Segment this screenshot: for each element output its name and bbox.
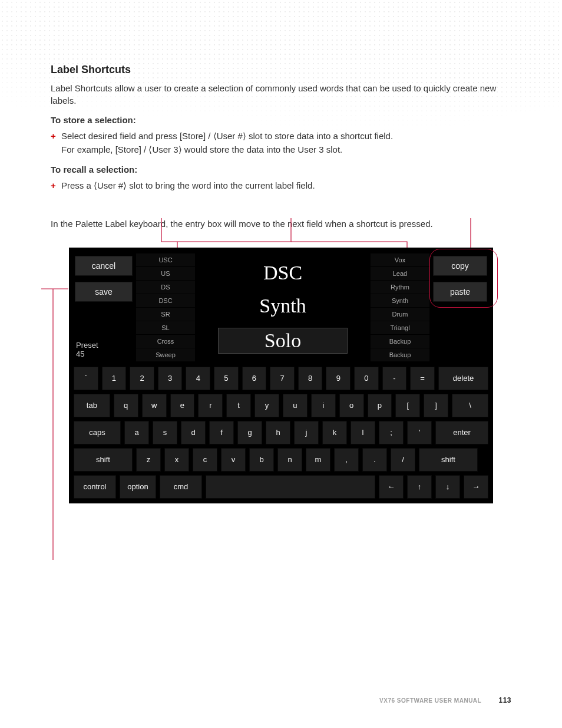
copy-button[interactable]: copy xyxy=(433,256,487,276)
shortcut-slot[interactable]: Triangl xyxy=(371,321,429,335)
shortcut-slot[interactable]: SL xyxy=(136,321,195,335)
key-4[interactable]: 4 xyxy=(186,367,210,390)
footer-page-number: 113 xyxy=(498,696,511,704)
key-l[interactable]: l xyxy=(351,421,375,444)
store-heading: To store a selection: xyxy=(51,115,511,125)
shortcut-slot[interactable]: Vox xyxy=(371,253,429,267)
shortcut-slot[interactable]: Synth xyxy=(371,294,429,308)
note-paragraph: In the Palette Label keyboard, the entry… xyxy=(51,218,511,230)
entry-field-3-active[interactable]: Solo xyxy=(218,328,348,354)
key-x[interactable]: x xyxy=(164,448,189,472)
shortcut-slot[interactable]: DS xyxy=(136,281,195,294)
key-option[interactable]: option xyxy=(120,475,156,499)
cancel-button[interactable]: cancel xyxy=(75,256,133,276)
key-v[interactable]: v xyxy=(221,448,246,472)
recall-bullet-text: Press a ⟨User #⟩ slot to bring the word … xyxy=(61,180,315,190)
key-b[interactable]: b xyxy=(249,448,274,472)
key-k[interactable]: k xyxy=(322,421,347,444)
entry-field-1[interactable]: DSC xyxy=(218,262,348,284)
key-e[interactable]: e xyxy=(170,394,195,417)
onscreen-keyboard: ` 1 2 3 4 5 6 7 8 9 0 - = delete tab xyxy=(74,367,488,499)
key-apostrophe[interactable]: ' xyxy=(407,421,432,444)
store-bullet: + Select desired field and press [Store]… xyxy=(51,130,511,156)
key-space[interactable] xyxy=(206,475,375,499)
key-arrow-right[interactable]: → xyxy=(464,475,488,499)
key-p[interactable]: p xyxy=(368,394,392,417)
key-minus[interactable]: - xyxy=(382,367,407,390)
key-1[interactable]: 1 xyxy=(102,367,127,390)
bullet-plus-icon: + xyxy=(51,179,56,193)
key-shift-right[interactable]: shift xyxy=(419,448,478,472)
palette-label-keyboard-panel: cancel save Preset 45 USC US DS DSC SR S… xyxy=(69,248,493,503)
key-w[interactable]: w xyxy=(142,394,167,417)
key-2[interactable]: 2 xyxy=(130,367,154,390)
key-i[interactable]: i xyxy=(311,394,336,417)
key-9[interactable]: 9 xyxy=(326,367,351,390)
key-m[interactable]: m xyxy=(306,448,330,472)
shortcut-slot[interactable]: Sweep xyxy=(136,348,195,362)
key-8[interactable]: 8 xyxy=(298,367,323,390)
bullet-plus-icon: + xyxy=(51,130,56,143)
shortcut-slot[interactable]: DSC xyxy=(136,294,195,308)
shortcut-slot[interactable]: Cross xyxy=(136,335,195,348)
key-a[interactable]: a xyxy=(124,421,149,444)
key-j[interactable]: j xyxy=(294,421,319,444)
shortcut-slot[interactable]: Drum xyxy=(371,308,429,321)
shortcut-slot[interactable]: SR xyxy=(136,308,195,321)
key-control[interactable]: control xyxy=(74,475,116,499)
key-arrow-up[interactable]: ↑ xyxy=(407,475,432,499)
key-n[interactable]: n xyxy=(277,448,302,472)
key-3[interactable]: 3 xyxy=(158,367,183,390)
key-lbracket[interactable]: [ xyxy=(395,394,420,417)
key-comma[interactable]: , xyxy=(334,448,359,472)
key-t[interactable]: t xyxy=(226,394,251,417)
key-period[interactable]: . xyxy=(362,448,387,472)
key-delete[interactable]: delete xyxy=(438,367,488,390)
shortcut-slot[interactable]: Backup xyxy=(371,348,429,362)
key-y[interactable]: y xyxy=(254,394,279,417)
key-semicolon[interactable]: ; xyxy=(379,421,404,444)
key-s[interactable]: s xyxy=(153,421,177,444)
footer-manual-title: VX76 SOFTWARE USER MANUAL xyxy=(379,697,481,704)
key-g[interactable]: g xyxy=(237,421,262,444)
key-equals[interactable]: = xyxy=(410,367,435,390)
save-button[interactable]: save xyxy=(75,282,133,302)
key-c[interactable]: c xyxy=(193,448,217,472)
key-0[interactable]: 0 xyxy=(354,367,379,390)
shortcut-slot[interactable]: US xyxy=(136,267,195,281)
store-bullet-line2: For example, [Store] / ⟨User 3⟩ would st… xyxy=(61,144,342,154)
shortcut-slot[interactable]: Backup xyxy=(371,335,429,348)
key-5[interactable]: 5 xyxy=(214,367,239,390)
key-u[interactable]: u xyxy=(283,394,308,417)
shortcut-slot[interactable]: USC xyxy=(136,253,195,267)
key-slash[interactable]: / xyxy=(391,448,415,472)
key-7[interactable]: 7 xyxy=(270,367,295,390)
key-6[interactable]: 6 xyxy=(242,367,267,390)
preset-label: Preset xyxy=(76,341,98,350)
key-backtick[interactable]: ` xyxy=(74,367,98,390)
key-d[interactable]: d xyxy=(181,421,206,444)
key-shift-left[interactable]: shift xyxy=(74,448,133,472)
key-tab[interactable]: tab xyxy=(74,394,110,417)
key-caps[interactable]: caps xyxy=(74,421,121,444)
key-arrow-down[interactable]: ↓ xyxy=(435,475,460,499)
shortcut-slot[interactable]: Lead xyxy=(371,267,429,281)
key-backslash[interactable]: \ xyxy=(452,394,488,417)
key-f[interactable]: f xyxy=(209,421,234,444)
key-arrow-left[interactable]: ← xyxy=(379,475,404,499)
key-r[interactable]: r xyxy=(198,394,223,417)
recall-bullet: + Press a ⟨User #⟩ slot to bring the wor… xyxy=(51,179,511,193)
paste-button[interactable]: paste xyxy=(433,282,487,302)
key-o[interactable]: o xyxy=(339,394,364,417)
section-heading: Label Shortcuts xyxy=(51,64,511,76)
shortcut-slot[interactable]: Rythm xyxy=(371,281,429,294)
key-enter[interactable]: enter xyxy=(435,421,488,444)
preset-number: 45 xyxy=(76,350,84,358)
entry-field-2[interactable]: Synth xyxy=(218,295,348,317)
key-h[interactable]: h xyxy=(266,421,290,444)
key-q[interactable]: q xyxy=(114,394,138,417)
key-rbracket[interactable]: ] xyxy=(424,394,448,417)
key-z[interactable]: z xyxy=(136,448,161,472)
key-cmd[interactable]: cmd xyxy=(160,475,202,499)
preset-label-area: Preset 45 xyxy=(75,338,133,360)
